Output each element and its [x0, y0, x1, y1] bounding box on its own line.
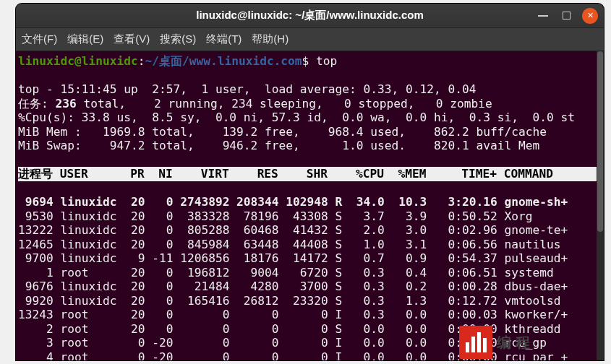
- menu-search[interactable]: 搜索(S): [160, 32, 196, 46]
- watermark-logo: 编程: [459, 324, 571, 360]
- prompt-dollar: $: [302, 54, 317, 68]
- top-mem: MiB Mem : 1969.8 total, 139.2 free, 968.…: [18, 125, 547, 139]
- tasks-label: 任务:: [18, 97, 48, 110]
- process-row: 9676 linuxidc 20 0 21484 4280 3700 S 0.3…: [18, 280, 575, 293]
- tasks-total: 236: [48, 97, 77, 110]
- process-row: 13243 root 20 0 0 0 0 I 0.3 0.0 0:00.03 …: [18, 308, 575, 321]
- prompt-path: ~/桌面/www.linuxidc.com: [145, 54, 302, 68]
- maximize-icon: [563, 12, 571, 20]
- process-row: 9920 linuxidc 20 0 165416 26812 23320 S …: [18, 294, 575, 308]
- minimize-icon: [538, 15, 548, 17]
- top-line1: top - 15:11:45 up 2:57, 1 user, load ave…: [18, 82, 476, 96]
- menu-file[interactable]: 文件(F): [22, 32, 57, 46]
- terminal-window: linuxidc@linuxidc: ~/桌面/www.linuxidc.com…: [16, 4, 604, 360]
- prompt-user-host: linuxidc@linuxidc: [18, 54, 138, 68]
- process-header: 进程号 USER PR NI VIRT RES SHR %CPU %MEM TI…: [18, 167, 602, 181]
- top-cpu: %Cpu(s): 33.8 us, 8.5 sy, 0.0 ni, 57.3 i…: [18, 110, 575, 124]
- window-controls: [536, 8, 598, 24]
- window-title: linuxidc@linuxidc: ~/桌面/www.linuxidc.com: [196, 9, 424, 22]
- menu-view[interactable]: 查看(V): [114, 32, 150, 46]
- process-row: 13222 linuxidc 20 0 805288 60468 41432 S…: [18, 223, 575, 237]
- logo-icon: [459, 326, 492, 359]
- process-row: 12465 linuxidc 20 0 845984 63448 44408 S…: [18, 238, 575, 251]
- process-row: 9530 linuxidc 20 0 383328 78196 43308 S …: [18, 209, 575, 223]
- logo-text: 编程: [497, 335, 534, 350]
- minimize-button[interactable]: [536, 9, 550, 23]
- process-row: 9694 linuxidc 20 0 2743892 208344 102948…: [18, 195, 575, 209]
- menu-terminal[interactable]: 终端(T): [206, 32, 242, 46]
- menu-help[interactable]: 帮助(H): [252, 32, 289, 46]
- top-swap: MiB Swap: 947.2 total, 946.2 free, 1.0 u…: [18, 139, 539, 152]
- terminal-output[interactable]: linuxidc@linuxidc:~/桌面/www.linuxidc.com$…: [16, 51, 604, 360]
- menubar: 文件(F) 编辑(E) 查看(V) 搜索(S) 终端(T) 帮助(H): [16, 28, 604, 51]
- menu-edit[interactable]: 编辑(E): [67, 32, 103, 46]
- prompt-colon: :: [138, 54, 145, 68]
- maximize-button[interactable]: [559, 9, 573, 23]
- process-row: 9700 linuxidc 9 -11 1206856 18176 14172 …: [18, 251, 575, 265]
- prompt-command: top: [316, 54, 337, 68]
- process-row: 1 root 20 0 196812 9004 6720 S 0.3 0.4 0…: [18, 266, 575, 280]
- scrollbar[interactable]: [597, 51, 604, 360]
- titlebar[interactable]: linuxidc@linuxidc: ~/桌面/www.linuxidc.com: [16, 4, 604, 28]
- scrollbar-thumb[interactable]: [597, 51, 603, 232]
- tasks-rest: total, 2 running, 234 sleeping, 0 stoppe…: [77, 97, 492, 110]
- close-button[interactable]: [582, 8, 598, 24]
